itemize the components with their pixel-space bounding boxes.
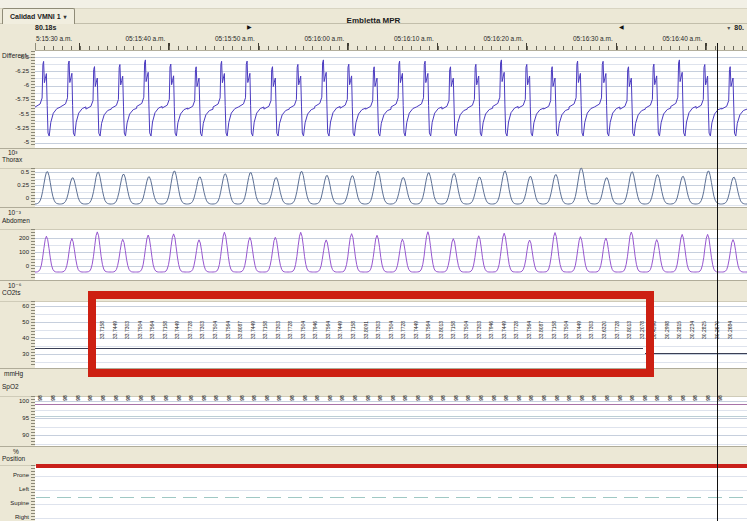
spo2-value-label: 98	[138, 395, 144, 401]
scale-tick-label: 0	[0, 195, 29, 201]
spo2-value-label: 98	[125, 395, 131, 401]
epoch-length: 80.18s	[35, 24, 56, 31]
exponent-label-10: 10³	[8, 149, 17, 156]
gridline	[35, 504, 747, 505]
spo2-value-label: 98	[302, 395, 308, 401]
spo2-value-label: 98	[516, 395, 522, 401]
time-label: 05:15:40 a.m.	[126, 35, 166, 42]
spo2-value-label: 98	[440, 395, 446, 401]
scale-tick-label: 100	[0, 249, 29, 255]
spo2-baseline	[35, 416, 747, 417]
annotation-box	[88, 291, 654, 377]
spo2-value-label: 98	[251, 395, 257, 401]
spo2-value-label: 98	[100, 395, 106, 401]
spo2-value-label: 98	[390, 395, 396, 401]
scale-tick-label: 60	[0, 303, 29, 309]
scale-tick-label: 0	[0, 263, 29, 269]
scale-tick-label: 0.25	[0, 182, 29, 188]
time-label: 05:16:40 a.m.	[663, 35, 703, 42]
spo2-value-label: 98	[75, 395, 81, 401]
spo2-value-label: 98	[528, 395, 534, 401]
gridline	[35, 444, 747, 445]
gridline	[35, 518, 747, 519]
co2-value-label: 30.2998	[664, 321, 670, 339]
channel-band	[0, 148, 747, 169]
spo2-value-label: 98	[264, 395, 270, 401]
chevron-down-icon: ▾	[727, 25, 730, 31]
co2-value-label: 30.2825	[701, 321, 707, 339]
gridline	[35, 435, 747, 436]
channel-plot-position[interactable]	[35, 464, 747, 521]
channel-plot-spo2[interactable]	[35, 395, 747, 447]
spo2-value-label: 98	[50, 395, 56, 401]
scale-ruler	[31, 301, 35, 367]
waveform-different	[35, 50, 747, 148]
scale-tick-label: 30	[0, 351, 29, 357]
spo2-value-label: 98	[62, 395, 68, 401]
spo2-trace	[35, 404, 747, 405]
scale-tick-label: 95	[0, 415, 29, 421]
spo2-value-label: 98	[453, 395, 459, 401]
spo2-value-label: 98	[591, 395, 597, 401]
spo2-value-label: 98	[617, 395, 623, 401]
scale-tick-label: 100	[0, 398, 29, 404]
scale-tick-label: -5.75	[0, 96, 29, 102]
position-row-label: Right	[0, 514, 29, 520]
position-row-label: Prone	[0, 472, 29, 478]
gridline	[35, 410, 747, 411]
spo2-value-label: 98	[365, 395, 371, 401]
spo2-value-label: 98	[37, 395, 43, 401]
gridline	[35, 418, 747, 419]
spo2-value-label: 98	[428, 395, 434, 401]
channel-label-spo2: SpO2	[2, 383, 19, 390]
exponent-label-10: 10⁻³	[8, 209, 21, 217]
spo2-value-label: 98	[717, 395, 723, 401]
gridline	[35, 476, 747, 477]
co2-value-label: 30.2234	[689, 321, 695, 339]
spo2-value-label: 98	[226, 395, 232, 401]
scale-tick-label: 40	[0, 335, 29, 341]
time-cursor[interactable]	[717, 43, 718, 521]
channel-band	[0, 207, 747, 230]
channel-label-position: Position	[2, 455, 25, 462]
unit-label-: %	[13, 448, 19, 455]
spo2-value-label: 98	[314, 395, 320, 401]
position-state-bar	[36, 464, 747, 468]
scale-tick-label: -5.5	[0, 111, 29, 117]
spo2-value-label: 98	[629, 395, 635, 401]
channel-label-different: Different...	[2, 52, 32, 59]
marker-back-icon[interactable]: ◀	[619, 23, 624, 30]
time-label: 05:16:10 a.m.	[394, 35, 434, 42]
position-row-label: Supine	[0, 500, 29, 506]
marker-forward-icon[interactable]: ▶	[247, 23, 252, 30]
channel-label-co2ts: CO2ts	[2, 289, 20, 296]
spo2-value-label: 98	[188, 395, 194, 401]
spo2-value-label: 98	[176, 395, 182, 401]
spo2-value-label: 98	[541, 395, 547, 401]
channel-label-abdomen: Abdomen	[2, 217, 30, 224]
epoch-length-right[interactable]: ▾80.	[727, 24, 744, 31]
time-label: 5:15:30 a.m.	[36, 35, 72, 42]
spo2-value-label: 98	[415, 395, 421, 401]
spo2-value-label: 98	[201, 395, 207, 401]
spo2-value-label: 98	[705, 395, 711, 401]
scale-ruler	[31, 465, 35, 520]
window-top-strip	[0, 0, 747, 9]
time-label: 05:16:20 a.m.	[484, 35, 524, 42]
waveform-abdomen	[35, 228, 747, 280]
waveform-thorax	[35, 167, 747, 207]
spo2-value-label: 98	[465, 395, 471, 401]
scale-tick-label: 90	[0, 432, 29, 438]
scale-tick-label: -6	[0, 82, 29, 88]
scale-tick-label: -5.25	[0, 125, 29, 131]
spo2-value-label: 98	[150, 395, 156, 401]
spo2-value-label: 98	[239, 395, 245, 401]
spo2-value-label: 98	[289, 395, 295, 401]
co2-value-label: 30.2684	[727, 321, 733, 339]
spo2-value-label: 98	[604, 395, 610, 401]
scale-tick-label: -6.25	[0, 68, 29, 74]
position-row-label: Left	[0, 486, 29, 492]
spo2-value-label: 98	[566, 395, 572, 401]
gridline	[35, 427, 747, 428]
spo2-value-label: 98	[667, 395, 673, 401]
